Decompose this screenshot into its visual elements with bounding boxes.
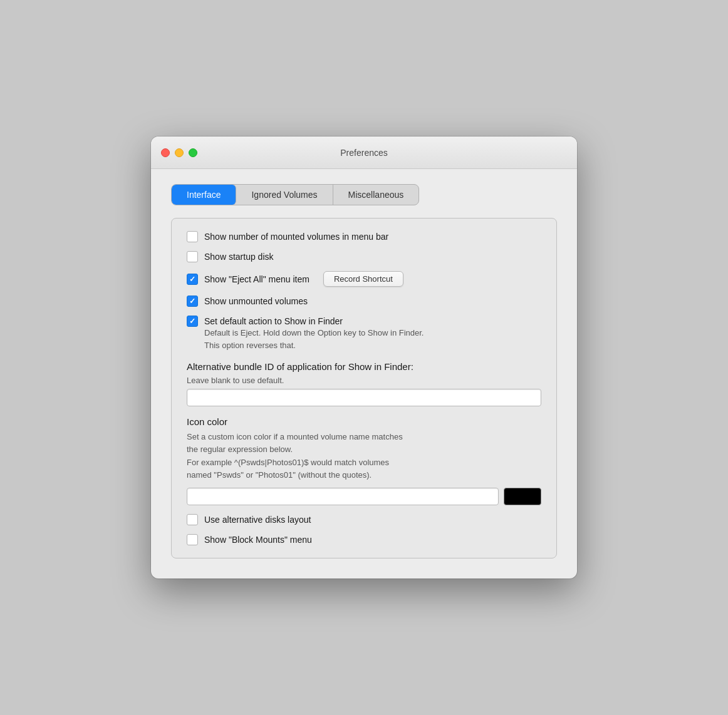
option-show-startup-disk: Show startup disk [187, 251, 541, 262]
icon-color-title: Icon color [187, 416, 541, 427]
checkbox-set-default-action[interactable] [187, 316, 198, 327]
option-show-eject-all: Show "Eject All" menu item Record Shortc… [187, 271, 541, 287]
close-button[interactable] [161, 148, 170, 157]
titlebar: Preferences [151, 136, 577, 169]
icon-color-description: Set a custom icon color if a mounted vol… [187, 431, 541, 481]
label-show-mounted-volumes: Show number of mounted volumes in menu b… [204, 232, 388, 242]
icon-color-desc-line4: named "Pswds" or "Photos01" (without the… [187, 470, 372, 480]
label-set-default-action: Set default action to Show in Finder [204, 316, 343, 326]
bundle-id-title: Alternative bundle ID of application for… [187, 361, 541, 372]
tab-bar: Interface Ignored Volumes Miscellaneous [171, 184, 419, 205]
checkbox-use-alternative-layout[interactable] [187, 514, 198, 525]
icon-color-swatch[interactable] [504, 488, 541, 505]
checkbox-show-unmounted[interactable] [187, 296, 198, 307]
checkbox-show-block-mounts[interactable] [187, 534, 198, 545]
preferences-window: Preferences Interface Ignored Volumes Mi… [151, 136, 577, 579]
tab-interface[interactable]: Interface [172, 185, 236, 205]
settings-panel: Show number of mounted volumes in menu b… [171, 218, 557, 558]
set-default-action-description: Default is Eject. Hold down the Option k… [204, 327, 541, 351]
minimize-button[interactable] [175, 148, 184, 157]
checkbox-show-startup-disk[interactable] [187, 251, 198, 262]
bundle-id-input[interactable] [187, 389, 541, 406]
maximize-button[interactable] [189, 148, 197, 157]
icon-color-input-row [187, 488, 541, 505]
tab-ignored-volumes[interactable]: Ignored Volumes [236, 185, 333, 205]
set-default-action-desc-line1: Default is Eject. Hold down the Option k… [204, 327, 541, 339]
label-show-startup-disk: Show startup disk [204, 252, 274, 262]
option-set-default-action: Set default action to Show in Finder [187, 316, 541, 327]
checkbox-show-eject-all[interactable] [187, 274, 198, 285]
leave-blank-label: Leave blank to use default. [187, 376, 541, 385]
content-area: Interface Ignored Volumes Miscellaneous … [151, 169, 577, 579]
icon-color-regex-input[interactable] [187, 488, 499, 505]
option-show-block-mounts: Show "Block Mounts" menu [187, 534, 541, 545]
icon-color-desc-line2: the regular expression below. [187, 445, 293, 454]
option-show-mounted-volumes: Show number of mounted volumes in menu b… [187, 231, 541, 242]
option-use-alternative-layout: Use alternative disks layout [187, 514, 541, 525]
set-default-action-desc-line2: This option reverses that. [204, 339, 541, 352]
label-show-unmounted: Show unmounted volumes [204, 296, 308, 306]
label-show-block-mounts: Show "Block Mounts" menu [204, 535, 312, 545]
label-show-eject-all: Show "Eject All" menu item [204, 274, 309, 284]
traffic-lights [161, 148, 197, 157]
icon-color-desc-line3: For example ^(Pswds|Photos01)$ would mat… [187, 458, 389, 467]
tab-miscellaneous[interactable]: Miscellaneous [333, 185, 419, 205]
label-use-alternative-layout: Use alternative disks layout [204, 515, 311, 525]
window-title: Preferences [340, 148, 387, 158]
record-shortcut-button[interactable]: Record Shortcut [323, 271, 403, 287]
option-show-unmounted: Show unmounted volumes [187, 296, 541, 307]
checkbox-show-mounted-volumes[interactable] [187, 231, 198, 242]
icon-color-desc-line1: Set a custom icon color if a mounted vol… [187, 432, 403, 441]
